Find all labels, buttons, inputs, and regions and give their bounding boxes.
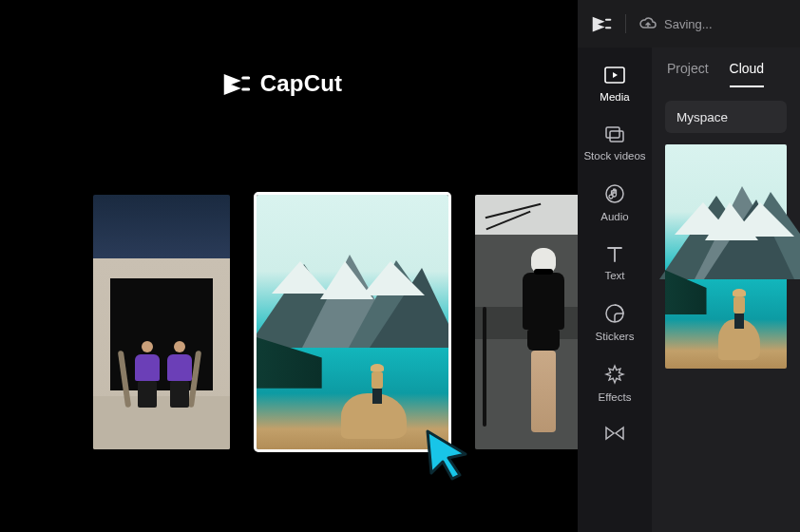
tabs: Project Cloud	[652, 48, 800, 87]
nav-media[interactable]: Media	[600, 65, 629, 103]
cloud-asset-thumb[interactable]	[665, 144, 787, 369]
space-dropdown[interactable]: Myspace	[665, 101, 787, 133]
cloud-upload-icon	[639, 17, 657, 30]
editor-panel: Saving... Media Stock videos Audio Te	[578, 48, 800, 532]
space-dropdown-label: Myspace	[676, 110, 728, 124]
nav-audio[interactable]: Audio	[600, 182, 628, 222]
nav-effects[interactable]: Effects	[599, 363, 632, 403]
cloud-asset-list	[665, 144, 787, 369]
audio-icon	[603, 182, 626, 205]
editor-content: Project Cloud Myspace	[652, 48, 800, 532]
divider	[625, 14, 626, 33]
text-icon	[603, 243, 626, 264]
nav-label: Stickers	[596, 331, 635, 342]
editor-side-nav: Media Stock videos Audio Text Stickers	[578, 48, 652, 532]
gallery-row	[93, 195, 612, 449]
transitions-icon	[603, 424, 626, 443]
svg-rect-1	[606, 127, 619, 138]
brand-name: CapCut	[260, 70, 343, 97]
capcut-logo-icon[interactable]	[591, 14, 612, 33]
nav-label: Stock videos	[583, 150, 645, 162]
svg-rect-2	[610, 131, 623, 142]
nav-label: Audio	[600, 211, 628, 222]
gallery-thumb-selected[interactable]	[257, 195, 448, 449]
media-icon	[603, 65, 626, 86]
gallery-thumb[interactable]	[93, 195, 230, 449]
save-status: Saving...	[639, 17, 713, 31]
tab-cloud[interactable]: Cloud	[730, 61, 765, 87]
nav-stickers[interactable]: Stickers	[596, 302, 635, 342]
nav-label: Media	[600, 91, 629, 103]
editor-titlebar: Saving...	[578, 0, 800, 48]
effects-icon	[603, 363, 626, 386]
nav-label: Effects	[599, 391, 632, 403]
nav-stock-videos[interactable]: Stock videos	[583, 124, 645, 162]
save-status-label: Saving...	[664, 17, 713, 31]
nav-label: Text	[604, 270, 624, 281]
stock-icon	[603, 124, 626, 144]
svg-point-3	[606, 185, 623, 202]
brand: CapCut	[222, 70, 343, 97]
gallery-page: CapCut	[17, 0, 547, 532]
tab-project[interactable]: Project	[667, 61, 709, 87]
capcut-logo-icon	[222, 70, 251, 97]
nav-transitions[interactable]	[603, 424, 626, 443]
stickers-icon	[603, 302, 626, 325]
nav-text[interactable]: Text	[603, 243, 626, 281]
